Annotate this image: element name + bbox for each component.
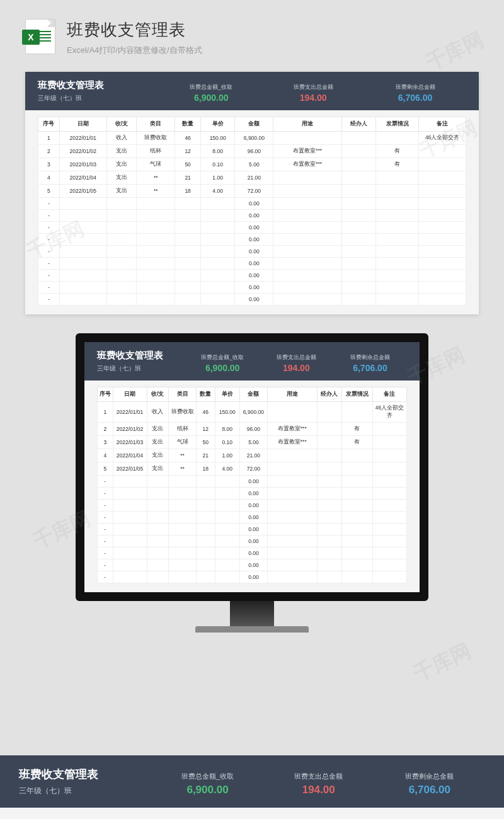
col-header: 发票情况	[341, 387, 372, 402]
cell-price	[215, 500, 239, 512]
cell-amt: 72.00	[235, 185, 273, 198]
cell-note	[419, 246, 466, 258]
cell-price: 150.00	[215, 402, 239, 423]
cell-price	[215, 476, 239, 488]
cell-use	[268, 524, 318, 536]
stat-label: 班费支出总金额	[262, 83, 364, 91]
table-row: -0.00	[38, 294, 466, 306]
cell-io: 收入	[106, 132, 137, 145]
sheet-header: 班费收支管理表 三年级（七）班 班费总金额_收取6,900.00 班费支出总金额…	[84, 342, 420, 381]
cell-io: 支出	[106, 158, 137, 171]
cell-invoice	[341, 488, 372, 500]
cell-invoice	[376, 234, 419, 246]
excel-file-icon: X	[25, 19, 55, 54]
table-row: -0.00	[98, 547, 407, 559]
cell-amt: 21.00	[239, 449, 267, 462]
cell-date: 2022/01/01	[113, 402, 147, 423]
cell-date	[113, 488, 147, 500]
cell-io: 支出	[147, 449, 168, 462]
stat-label: 班费剩余总金额	[374, 772, 485, 781]
cell-handler	[342, 282, 376, 294]
stat-label: 班费总金额_收取	[160, 83, 262, 91]
cell-handler	[317, 547, 341, 559]
cell-io: 收入	[147, 402, 168, 423]
cell-qty: 21	[197, 449, 215, 462]
cell-date	[113, 536, 147, 547]
stat-value: 6,706.00	[333, 363, 407, 373]
cell-use	[273, 282, 342, 294]
cell-note	[419, 171, 466, 185]
bottom-thin-row	[0, 808, 504, 819]
cell-note	[372, 547, 406, 559]
cell-date	[59, 198, 106, 210]
cell-note	[419, 145, 466, 158]
cell-handler	[317, 500, 341, 512]
cell-price: 8.00	[200, 145, 234, 158]
cell-qty: 46	[197, 402, 215, 423]
cell-note	[372, 512, 406, 524]
table-row: 52022/01/05支出**184.0072.00	[98, 462, 407, 476]
cell-invoice	[341, 449, 372, 462]
table-row: -0.00	[38, 246, 466, 258]
cell-io	[147, 571, 168, 583]
cell-use	[273, 222, 342, 234]
cell-amt: 0.00	[235, 246, 273, 258]
stat-value: 194.00	[263, 784, 374, 796]
sheet-subtitle: 三年级（七）班	[19, 786, 152, 796]
cell-handler	[317, 488, 341, 500]
table-row: 42022/01/04支出**211.0021.00	[38, 171, 466, 185]
cell-qty	[197, 559, 215, 571]
cell-price	[200, 234, 234, 246]
cell-amt: 0.00	[235, 258, 273, 270]
cell-handler	[342, 145, 376, 158]
cell-handler	[342, 158, 376, 171]
cell-item	[168, 571, 196, 583]
cell-qty	[175, 222, 201, 234]
cell-seq: -	[38, 294, 60, 306]
cell-date	[59, 282, 106, 294]
cell-amt: 0.00	[239, 500, 267, 512]
cell-qty	[175, 234, 201, 246]
cell-use	[268, 512, 318, 524]
cell-date: 2022/01/03	[113, 436, 147, 449]
cell-seq: 5	[38, 185, 60, 198]
cell-invoice: 有	[376, 158, 419, 171]
table-row: -0.00	[38, 222, 466, 234]
cell-item: 气球	[137, 158, 175, 171]
cell-note	[372, 488, 406, 500]
cell-seq: -	[98, 571, 113, 583]
cell-item: **	[137, 185, 175, 198]
stat-value: 194.00	[262, 93, 364, 103]
cell-seq: -	[38, 258, 60, 270]
cell-amt: 21.00	[235, 171, 273, 185]
cell-amt: 0.00	[239, 571, 267, 583]
cell-invoice	[376, 185, 419, 198]
cell-price: 8.00	[215, 423, 239, 436]
stat-label: 班费总金额_收取	[186, 353, 260, 362]
cell-invoice	[376, 198, 419, 210]
stat-value: 6,900.00	[160, 93, 262, 103]
cell-seq: 1	[38, 132, 60, 145]
stat-label: 班费剩余总金额	[333, 353, 407, 362]
cell-qty	[197, 488, 215, 500]
cell-item: 班费收取	[168, 402, 196, 423]
cell-use	[273, 294, 342, 306]
cell-amt: 0.00	[235, 210, 273, 222]
col-header: 用途	[273, 117, 342, 132]
monitor-base	[195, 626, 309, 633]
cell-qty	[175, 198, 201, 210]
stat-balance: 班费剩余总金额 6,706.00	[364, 83, 466, 103]
col-header: 金额	[239, 387, 267, 402]
stat-label: 班费剩余总金额	[364, 83, 466, 91]
cell-qty	[197, 512, 215, 524]
cell-note	[372, 571, 406, 583]
cell-invoice	[376, 246, 419, 258]
cell-price	[200, 270, 234, 282]
cell-seq: 4	[38, 171, 60, 185]
cell-invoice: 有	[341, 423, 372, 436]
cell-qty	[197, 571, 215, 583]
cell-price	[215, 512, 239, 524]
cell-handler	[317, 536, 341, 547]
col-header: 金额	[235, 117, 273, 132]
cell-item	[137, 270, 175, 282]
